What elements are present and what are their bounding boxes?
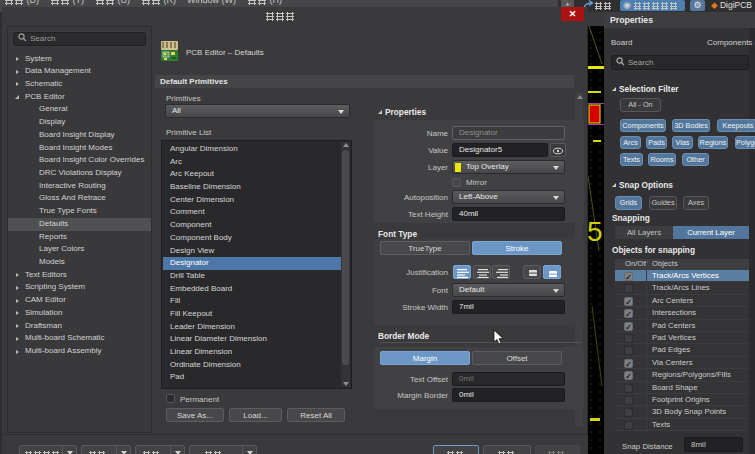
svg-text:5: 5 [588,216,603,247]
